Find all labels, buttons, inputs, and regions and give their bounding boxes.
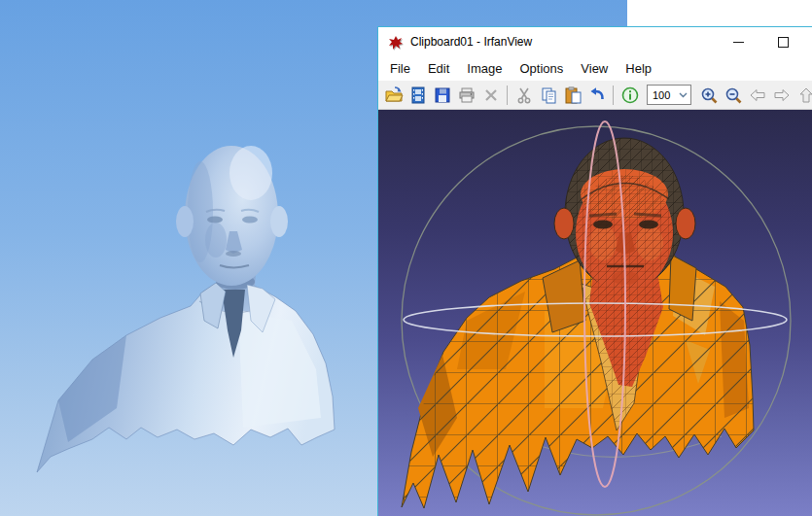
window-title: Clipboard01 - IrfanView: [410, 35, 532, 49]
arrow-right-icon: [772, 86, 792, 105]
image-canvas: [378, 110, 812, 516]
open-folder-icon: [384, 86, 404, 105]
arrow-left-icon: [748, 86, 767, 105]
zoom-out-button[interactable]: [721, 83, 745, 108]
arrow-up-icon: [796, 86, 812, 105]
toolbar: 100: [378, 81, 812, 110]
thumbnails-icon: [408, 86, 428, 105]
mesh-bust-render: [378, 110, 812, 516]
print-icon: [457, 86, 477, 105]
undo-icon: [587, 86, 607, 105]
chevron-down-icon: [679, 92, 688, 98]
zoom-value: 100: [653, 89, 670, 101]
paste-icon: [563, 86, 583, 105]
titlebar[interactable]: Clipboard01 - IrfanView ✕: [378, 27, 812, 56]
zoom-combo[interactable]: 100: [647, 85, 691, 105]
zoom-out-icon: [724, 86, 743, 105]
zoom-in-icon: [699, 86, 719, 105]
menu-edit[interactable]: Edit: [419, 58, 458, 79]
save-button[interactable]: [430, 83, 454, 108]
menu-image[interactable]: Image: [458, 58, 511, 79]
thumbnails-button[interactable]: [406, 83, 430, 108]
delete-icon: [481, 86, 501, 105]
paste-button[interactable]: [560, 83, 584, 108]
zoom-in-button[interactable]: [696, 83, 721, 108]
print-button[interactable]: [454, 83, 478, 108]
toolbar-separator: [613, 86, 614, 105]
irfanview-window: Clipboard01 - IrfanView ✕ File Edit Imag…: [377, 26, 812, 516]
close-button[interactable]: ✕: [805, 27, 812, 56]
cut-button[interactable]: [512, 83, 536, 108]
minimize-button[interactable]: [716, 27, 760, 56]
copy-icon: [539, 86, 558, 105]
maximize-button[interactable]: [760, 27, 805, 56]
menu-view[interactable]: View: [572, 58, 617, 79]
previous-image-button[interactable]: [745, 83, 769, 108]
mesh-torso: [402, 251, 754, 508]
undo-button[interactable]: [584, 83, 609, 108]
info-button[interactable]: [618, 83, 642, 108]
irfanview-app-icon: [387, 34, 404, 51]
next-image-button[interactable]: [769, 83, 794, 108]
copy-button[interactable]: [536, 83, 560, 108]
menu-help[interactable]: Help: [617, 58, 660, 79]
window-controls: ✕: [716, 27, 812, 56]
minimize-icon: [733, 42, 744, 43]
menubar: File Edit Image Options View Help: [378, 56, 812, 81]
maximize-icon: [778, 37, 789, 48]
save-icon: [433, 86, 452, 105]
menu-options[interactable]: Options: [512, 58, 573, 79]
delete-button[interactable]: [478, 83, 503, 108]
info-icon: [620, 86, 640, 105]
open-button[interactable]: [381, 83, 406, 108]
toolbar-separator: [507, 86, 508, 105]
previous-page-button[interactable]: [794, 83, 812, 108]
menu-file[interactable]: File: [381, 58, 419, 79]
cut-icon: [514, 86, 534, 105]
